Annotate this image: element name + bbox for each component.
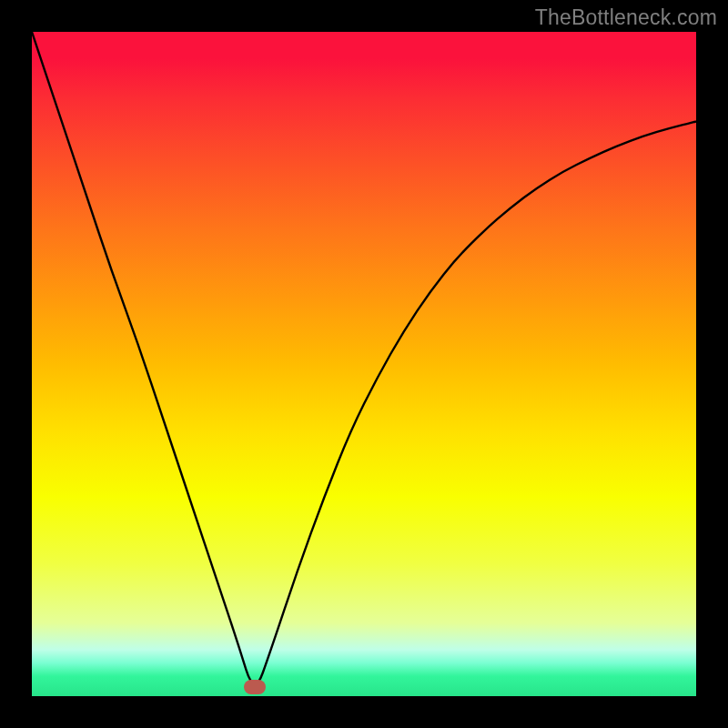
- plot-area: [32, 32, 696, 696]
- chart-frame: TheBottleneck.com: [0, 0, 728, 728]
- watermark-text: TheBottleneck.com: [535, 5, 717, 30]
- curve-svg: [32, 32, 696, 696]
- optimum-marker: [244, 680, 266, 694]
- bottleneck-curve: [32, 32, 696, 683]
